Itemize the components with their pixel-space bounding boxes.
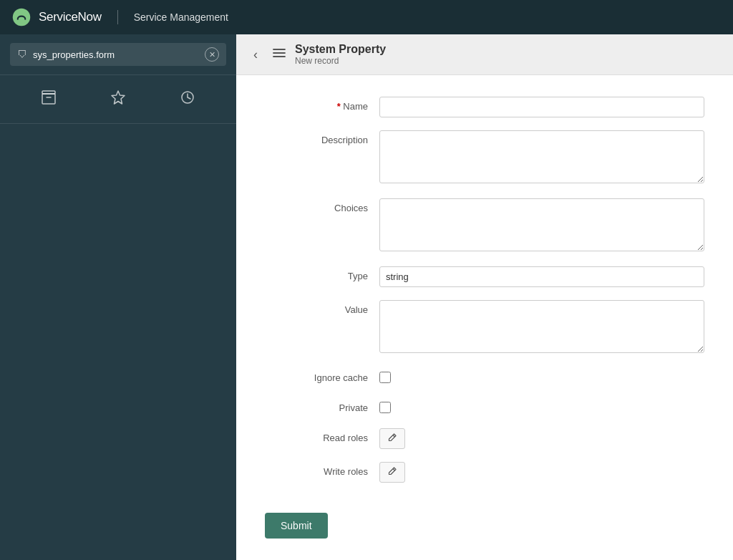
svg-line-9 bbox=[393, 435, 395, 438]
topnav: ServiceNow Service Management bbox=[0, 0, 733, 34]
back-button[interactable]: ‹ bbox=[248, 44, 263, 65]
label-private: Private bbox=[265, 398, 379, 413]
pencil-icon bbox=[387, 466, 397, 476]
form-header: ‹ System Property New record bbox=[236, 34, 733, 75]
nav-divider bbox=[117, 10, 118, 24]
svg-point-0 bbox=[13, 9, 31, 26]
form-row-read-roles: Read roles bbox=[265, 428, 704, 449]
label-write-roles: Write roles bbox=[265, 462, 379, 477]
control-name bbox=[379, 97, 704, 117]
control-choices bbox=[379, 198, 704, 254]
label-value: Value bbox=[265, 300, 379, 315]
form-body: Name Description Choices bbox=[236, 75, 733, 498]
textarea-description[interactable] bbox=[379, 130, 704, 183]
input-type[interactable] bbox=[379, 266, 704, 287]
svg-rect-1 bbox=[42, 94, 55, 104]
hamburger-icon[interactable] bbox=[272, 46, 286, 64]
svg-rect-2 bbox=[42, 91, 55, 94]
servicenow-wordmark: ServiceNow bbox=[39, 10, 102, 24]
edit-write-roles-button[interactable] bbox=[379, 462, 405, 483]
sidebar-search-area: ⛉ ✕ bbox=[0, 34, 236, 75]
edit-read-roles-button[interactable] bbox=[379, 428, 405, 449]
checkbox-private[interactable] bbox=[379, 402, 391, 413]
form-row-value: Value bbox=[265, 300, 704, 355]
servicenow-logo-icon bbox=[11, 7, 31, 27]
form-row-write-roles: Write roles bbox=[265, 462, 704, 483]
control-ignore-cache bbox=[379, 368, 704, 385]
search-input[interactable] bbox=[33, 49, 199, 60]
form-footer: Submit bbox=[236, 498, 733, 560]
label-choices: Choices bbox=[265, 198, 379, 213]
label-description: Description bbox=[265, 130, 379, 145]
form-row-choices: Choices bbox=[265, 198, 704, 254]
filter-icon: ⛉ bbox=[17, 49, 27, 60]
form-row-type: Type bbox=[265, 266, 704, 287]
form-row-description: Description bbox=[265, 130, 704, 185]
main-layout: ⛉ ✕ bbox=[0, 34, 733, 560]
form-title: System Property bbox=[295, 43, 386, 56]
control-type bbox=[379, 266, 704, 287]
content-area: ‹ System Property New record Name bbox=[236, 34, 733, 560]
archive-icon[interactable] bbox=[37, 85, 61, 113]
form-row-private: Private bbox=[265, 398, 704, 415]
star-icon[interactable] bbox=[106, 85, 130, 113]
sidebar: ⛉ ✕ bbox=[0, 34, 236, 560]
clock-icon[interactable] bbox=[175, 85, 200, 113]
label-type: Type bbox=[265, 266, 379, 281]
form-header-title: System Property New record bbox=[295, 43, 386, 66]
svg-marker-4 bbox=[112, 91, 125, 104]
form-subtitle: New record bbox=[295, 56, 386, 66]
control-write-roles bbox=[379, 462, 704, 483]
pencil-icon bbox=[387, 433, 397, 443]
label-ignore-cache: Ignore cache bbox=[265, 368, 379, 383]
control-value bbox=[379, 300, 704, 355]
input-name[interactable] bbox=[379, 97, 704, 117]
form-row-name: Name bbox=[265, 97, 704, 117]
label-read-roles: Read roles bbox=[265, 428, 379, 443]
checkbox-ignore-cache[interactable] bbox=[379, 372, 391, 383]
control-read-roles bbox=[379, 428, 704, 449]
textarea-value[interactable] bbox=[379, 300, 704, 353]
sidebar-search-box[interactable]: ⛉ ✕ bbox=[10, 43, 226, 66]
clear-icon[interactable]: ✕ bbox=[205, 47, 219, 62]
form-row-ignore-cache: Ignore cache bbox=[265, 368, 704, 385]
control-description bbox=[379, 130, 704, 185]
svg-line-10 bbox=[393, 469, 395, 471]
submit-button[interactable]: Submit bbox=[265, 513, 328, 539]
logo-area: ServiceNow Service Management bbox=[11, 7, 228, 27]
control-private bbox=[379, 398, 704, 415]
label-name: Name bbox=[265, 97, 379, 112]
app-title: Service Management bbox=[134, 11, 228, 23]
textarea-choices[interactable] bbox=[379, 198, 704, 251]
sidebar-icons-bar bbox=[0, 75, 236, 124]
